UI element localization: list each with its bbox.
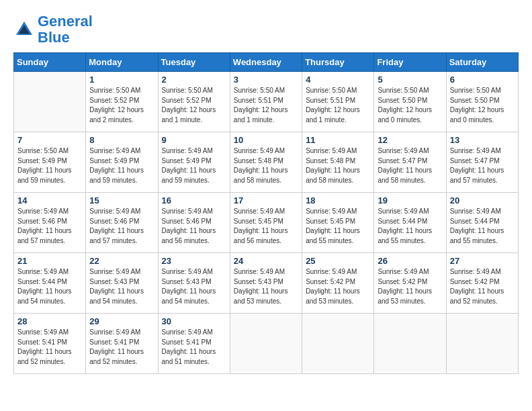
day-cell — [230, 314, 302, 374]
day-number: 5 — [378, 75, 442, 85]
day-cell: 24Sunrise: 5:49 AM Sunset: 5:43 PM Dayli… — [230, 253, 302, 314]
day-info: Sunrise: 5:50 AM Sunset: 5:51 PM Dayligh… — [306, 86, 370, 125]
day-number: 30 — [162, 316, 226, 326]
day-cell: 26Sunrise: 5:49 AM Sunset: 5:42 PM Dayli… — [374, 253, 446, 314]
day-info: Sunrise: 5:49 AM Sunset: 5:41 PM Dayligh… — [89, 328, 154, 367]
day-number: 2 — [162, 75, 226, 85]
day-cell: 13Sunrise: 5:49 AM Sunset: 5:47 PM Dayli… — [446, 132, 518, 193]
day-cell: 9Sunrise: 5:49 AM Sunset: 5:49 PM Daylig… — [158, 132, 230, 193]
day-cell: 4Sunrise: 5:50 AM Sunset: 5:51 PM Daylig… — [302, 72, 374, 132]
day-number: 10 — [234, 135, 298, 145]
day-info: Sunrise: 5:50 AM Sunset: 5:52 PM Dayligh… — [162, 86, 226, 125]
day-info: Sunrise: 5:49 AM Sunset: 5:46 PM Dayligh… — [17, 207, 82, 246]
header-row: SundayMondayTuesdayWednesdayThursdayFrid… — [14, 53, 519, 72]
week-row-2: 7Sunrise: 5:50 AM Sunset: 5:49 PM Daylig… — [14, 132, 519, 193]
day-info: Sunrise: 5:50 AM Sunset: 5:49 PM Dayligh… — [17, 146, 82, 185]
day-info: Sunrise: 5:49 AM Sunset: 5:49 PM Dayligh… — [162, 146, 226, 185]
day-number: 17 — [234, 195, 298, 205]
logo-icon — [13, 19, 35, 40]
day-number: 9 — [162, 135, 226, 145]
day-cell — [374, 314, 446, 374]
col-header-friday: Friday — [374, 53, 446, 72]
day-number: 11 — [306, 135, 370, 145]
day-cell: 10Sunrise: 5:49 AM Sunset: 5:48 PM Dayli… — [230, 132, 302, 193]
day-cell: 2Sunrise: 5:50 AM Sunset: 5:52 PM Daylig… — [158, 72, 230, 132]
day-info: Sunrise: 5:49 AM Sunset: 5:44 PM Dayligh… — [450, 207, 515, 246]
day-cell: 29Sunrise: 5:49 AM Sunset: 5:41 PM Dayli… — [86, 314, 158, 374]
day-info: Sunrise: 5:50 AM Sunset: 5:50 PM Dayligh… — [378, 86, 442, 125]
day-info: Sunrise: 5:49 AM Sunset: 5:42 PM Dayligh… — [306, 267, 370, 306]
day-info: Sunrise: 5:49 AM Sunset: 5:43 PM Dayligh… — [89, 267, 154, 306]
day-cell: 18Sunrise: 5:49 AM Sunset: 5:45 PM Dayli… — [302, 193, 374, 253]
day-cell: 15Sunrise: 5:49 AM Sunset: 5:46 PM Dayli… — [86, 193, 158, 253]
logo-text: General Blue — [38, 13, 93, 46]
day-cell: 23Sunrise: 5:49 AM Sunset: 5:43 PM Dayli… — [158, 253, 230, 314]
day-info: Sunrise: 5:49 AM Sunset: 5:43 PM Dayligh… — [234, 267, 298, 306]
col-header-sunday: Sunday — [14, 53, 86, 72]
day-number: 26 — [378, 256, 442, 266]
day-info: Sunrise: 5:49 AM Sunset: 5:47 PM Dayligh… — [450, 146, 515, 185]
day-info: Sunrise: 5:49 AM Sunset: 5:45 PM Dayligh… — [234, 207, 298, 246]
col-header-thursday: Thursday — [302, 53, 374, 72]
day-info: Sunrise: 5:50 AM Sunset: 5:50 PM Dayligh… — [450, 86, 515, 125]
page-header: General Blue — [13, 13, 519, 46]
day-cell — [302, 314, 374, 374]
col-header-saturday: Saturday — [446, 53, 518, 72]
day-info: Sunrise: 5:49 AM Sunset: 5:44 PM Dayligh… — [17, 267, 82, 306]
week-row-4: 21Sunrise: 5:49 AM Sunset: 5:44 PM Dayli… — [14, 253, 519, 314]
week-row-5: 28Sunrise: 5:49 AM Sunset: 5:41 PM Dayli… — [14, 314, 519, 374]
day-info: Sunrise: 5:49 AM Sunset: 5:43 PM Dayligh… — [162, 267, 226, 306]
day-number: 22 — [89, 256, 154, 266]
day-cell: 3Sunrise: 5:50 AM Sunset: 5:51 PM Daylig… — [230, 72, 302, 132]
col-header-monday: Monday — [86, 53, 158, 72]
day-info: Sunrise: 5:50 AM Sunset: 5:52 PM Dayligh… — [89, 86, 154, 125]
day-info: Sunrise: 5:49 AM Sunset: 5:45 PM Dayligh… — [306, 207, 370, 246]
day-number: 12 — [378, 135, 442, 145]
day-info: Sunrise: 5:49 AM Sunset: 5:49 PM Dayligh… — [89, 146, 154, 185]
day-number: 23 — [162, 256, 226, 266]
day-cell: 17Sunrise: 5:49 AM Sunset: 5:45 PM Dayli… — [230, 193, 302, 253]
day-cell: 28Sunrise: 5:49 AM Sunset: 5:41 PM Dayli… — [14, 314, 86, 374]
day-number: 6 — [450, 75, 515, 85]
day-number: 8 — [89, 135, 154, 145]
day-number: 19 — [378, 195, 442, 205]
day-info: Sunrise: 5:49 AM Sunset: 5:46 PM Dayligh… — [162, 207, 226, 246]
day-cell: 19Sunrise: 5:49 AM Sunset: 5:44 PM Dayli… — [374, 193, 446, 253]
day-number: 16 — [162, 195, 226, 205]
day-number: 3 — [234, 75, 298, 85]
day-info: Sunrise: 5:49 AM Sunset: 5:41 PM Dayligh… — [17, 328, 82, 367]
calendar-table: SundayMondayTuesdayWednesdayThursdayFrid… — [13, 52, 519, 374]
day-cell: 1Sunrise: 5:50 AM Sunset: 5:52 PM Daylig… — [86, 72, 158, 132]
day-cell: 30Sunrise: 5:49 AM Sunset: 5:41 PM Dayli… — [158, 314, 230, 374]
day-number: 29 — [89, 316, 154, 326]
day-number: 14 — [17, 195, 82, 205]
day-number: 27 — [450, 256, 515, 266]
day-cell — [14, 72, 86, 132]
day-cell: 16Sunrise: 5:49 AM Sunset: 5:46 PM Dayli… — [158, 193, 230, 253]
day-cell: 27Sunrise: 5:49 AM Sunset: 5:42 PM Dayli… — [446, 253, 518, 314]
day-number: 4 — [306, 75, 370, 85]
day-info: Sunrise: 5:49 AM Sunset: 5:48 PM Dayligh… — [234, 146, 298, 185]
day-number: 7 — [17, 135, 82, 145]
day-cell: 25Sunrise: 5:49 AM Sunset: 5:42 PM Dayli… — [302, 253, 374, 314]
col-header-wednesday: Wednesday — [230, 53, 302, 72]
day-number: 28 — [17, 316, 82, 326]
day-number: 25 — [306, 256, 370, 266]
day-info: Sunrise: 5:49 AM Sunset: 5:47 PM Dayligh… — [378, 146, 442, 185]
day-cell: 8Sunrise: 5:49 AM Sunset: 5:49 PM Daylig… — [86, 132, 158, 193]
day-number: 15 — [89, 195, 154, 205]
day-info: Sunrise: 5:49 AM Sunset: 5:42 PM Dayligh… — [450, 267, 515, 306]
day-cell: 11Sunrise: 5:49 AM Sunset: 5:48 PM Dayli… — [302, 132, 374, 193]
week-row-1: 1Sunrise: 5:50 AM Sunset: 5:52 PM Daylig… — [14, 72, 519, 132]
day-info: Sunrise: 5:49 AM Sunset: 5:46 PM Dayligh… — [89, 207, 154, 246]
week-row-3: 14Sunrise: 5:49 AM Sunset: 5:46 PM Dayli… — [14, 193, 519, 253]
day-info: Sunrise: 5:49 AM Sunset: 5:41 PM Dayligh… — [162, 328, 226, 367]
day-number: 1 — [89, 75, 154, 85]
day-cell: 7Sunrise: 5:50 AM Sunset: 5:49 PM Daylig… — [14, 132, 86, 193]
day-number: 24 — [234, 256, 298, 266]
day-cell: 5Sunrise: 5:50 AM Sunset: 5:50 PM Daylig… — [374, 72, 446, 132]
day-cell: 6Sunrise: 5:50 AM Sunset: 5:50 PM Daylig… — [446, 72, 518, 132]
day-number: 20 — [450, 195, 515, 205]
day-number: 18 — [306, 195, 370, 205]
day-cell: 12Sunrise: 5:49 AM Sunset: 5:47 PM Dayli… — [374, 132, 446, 193]
